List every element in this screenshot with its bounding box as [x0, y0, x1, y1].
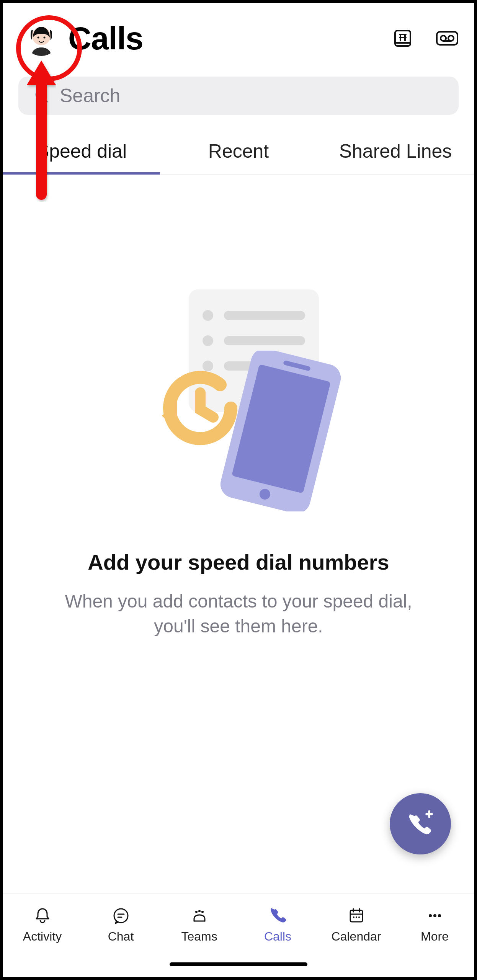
phone-plus-icon: [406, 810, 435, 838]
svg-point-8: [441, 36, 446, 41]
dialpad-icon: [394, 29, 412, 47]
tab-recent[interactable]: Recent: [160, 130, 317, 174]
tabbar-item-chat[interactable]: Chat: [82, 905, 160, 977]
tab-shared-lines-label: Shared Lines: [339, 140, 452, 162]
voicemail-button[interactable]: [436, 27, 459, 50]
calendar-icon: [346, 905, 367, 926]
svg-point-18: [198, 910, 201, 912]
svg-point-23: [358, 916, 360, 918]
tab-shared-lines[interactable]: Shared Lines: [317, 130, 474, 174]
svg-point-16: [114, 909, 128, 923]
svg-point-21: [353, 916, 354, 918]
svg-rect-20: [350, 910, 363, 922]
header-actions: [391, 27, 459, 50]
header: Calls: [3, 3, 474, 70]
page-title: Calls: [68, 20, 143, 57]
phone-icon: [267, 905, 289, 926]
teams-icon: [189, 905, 210, 926]
svg-point-25: [433, 914, 436, 917]
svg-point-4: [38, 37, 39, 39]
svg-point-19: [201, 911, 204, 913]
bell-icon: [32, 905, 53, 926]
voicemail-icon: [436, 31, 459, 46]
empty-illustration: [124, 289, 353, 504]
phone-icon: [219, 351, 342, 511]
svg-point-10: [36, 90, 44, 99]
tabbar-item-more[interactable]: More: [395, 905, 474, 977]
avatar: [24, 21, 59, 56]
dialpad-button[interactable]: [391, 27, 414, 50]
tabbar-item-activity[interactable]: Activity: [3, 905, 82, 977]
svg-point-9: [448, 36, 454, 41]
svg-point-26: [438, 914, 441, 917]
app-screen: Calls Search: [0, 0, 477, 980]
search-input[interactable]: Search: [18, 77, 459, 115]
tabbar-label: Teams: [181, 929, 217, 944]
tabbar-label: Activity: [23, 929, 62, 944]
svg-point-24: [429, 914, 432, 917]
tabbar-item-calendar[interactable]: Calendar: [317, 905, 395, 977]
tab-recent-label: Recent: [208, 140, 269, 162]
search-placeholder: Search: [60, 85, 120, 107]
search-icon: [34, 88, 49, 103]
more-icon: [424, 905, 446, 926]
svg-point-5: [44, 37, 46, 39]
svg-point-17: [195, 911, 198, 913]
tabbar-label: Calls: [264, 929, 291, 944]
tabbar-label: Chat: [108, 929, 134, 944]
empty-title: Add your speed dial numbers: [88, 550, 389, 575]
svg-point-22: [356, 916, 357, 918]
home-indicator: [170, 962, 307, 966]
avatar-face-icon: [24, 21, 59, 56]
new-call-fab[interactable]: [390, 793, 451, 854]
empty-subtitle: When you add contacts to your speed dial…: [51, 589, 426, 639]
tab-speed-dial[interactable]: Speed dial: [3, 130, 160, 174]
tabbar-label: Calendar: [332, 929, 381, 944]
empty-state: Add your speed dial numbers When you add…: [3, 175, 474, 893]
chat-icon: [110, 905, 132, 926]
profile-avatar-button[interactable]: [18, 15, 64, 61]
tabbar-label: More: [421, 929, 449, 944]
tab-speed-dial-label: Speed dial: [36, 140, 127, 162]
tabs: Speed dial Recent Shared Lines: [3, 130, 474, 175]
